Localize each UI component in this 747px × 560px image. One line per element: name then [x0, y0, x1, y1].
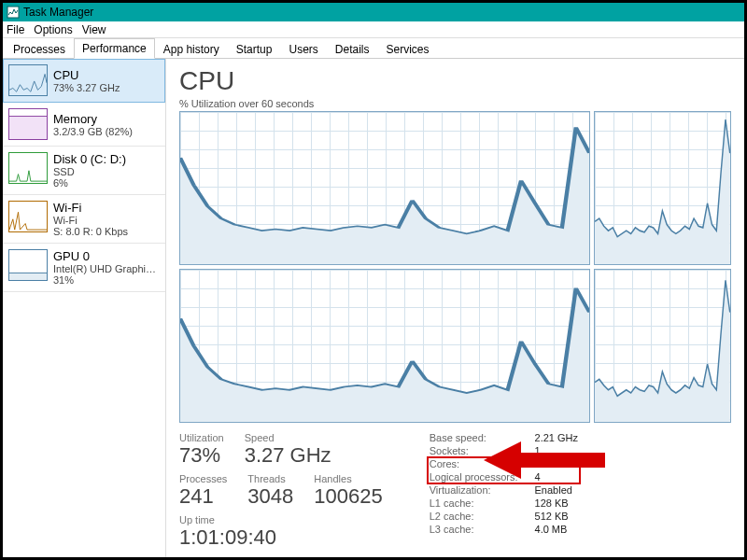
threads-value: 3048 [247, 484, 293, 509]
tab-users[interactable]: Users [280, 39, 326, 59]
memory-thumb-icon [8, 108, 48, 140]
tab-performance[interactable]: Performance [74, 38, 155, 59]
sidebar-item-sub2: 31% [53, 274, 160, 286]
sidebar-item-sub: Intel(R) UHD Graphic… [53, 263, 160, 274]
menu-options[interactable]: Options [34, 23, 72, 36]
spec-value: Enabled [535, 484, 578, 496]
svg-rect-1 [9, 117, 47, 139]
wifi-thumb-icon [8, 201, 48, 232]
handles-label: Handles [314, 473, 382, 484]
spec-key: Virtualization: [430, 484, 518, 496]
sidebar-item-label: Disk 0 (C: D:) [53, 152, 126, 166]
spec-value: 2.21 GHz [535, 432, 578, 443]
sidebar-item-label: Wi-Fi [53, 201, 128, 215]
spec-value: 1 [535, 445, 578, 456]
spec-value: 2 [535, 458, 578, 469]
menu-view[interactable]: View [82, 23, 106, 36]
cpu-charts [179, 111, 731, 423]
titlebar: Task Manager [3, 3, 744, 21]
utilization-label: Utilization [179, 432, 224, 443]
uptime-value: 1:01:09:40 [179, 525, 403, 550]
speed-value: 3.27 GHz [245, 443, 331, 468]
spec-key: Cores: [430, 458, 518, 469]
cpu-details: Utilization 73% Speed 3.27 GHz Processes… [179, 432, 731, 550]
sidebar-item-sub: 3.2/3.9 GB (82%) [53, 126, 133, 137]
spec-value: 4 [535, 471, 578, 483]
tab-startup[interactable]: Startup [228, 39, 281, 59]
uptime-label: Up time [179, 514, 403, 525]
spec-key: Sockets: [430, 445, 518, 456]
tab-details[interactable]: Details [327, 39, 378, 59]
tab-app-history[interactable]: App history [155, 39, 228, 59]
cpu-chart-0b [594, 111, 731, 265]
sidebar-item-wifi[interactable]: Wi-Fi Wi-Fi S: 8.0 R: 0 Kbps [3, 195, 165, 244]
speed-label: Speed [245, 432, 331, 443]
menu-file[interactable]: File [7, 23, 24, 36]
cpu-thumb-icon [8, 64, 48, 96]
sidebar-item-gpu[interactable]: GPU 0 Intel(R) UHD Graphic… 31% [3, 244, 165, 292]
processes-value: 241 [179, 484, 227, 509]
sidebar-item-sub2: 6% [53, 177, 126, 189]
sidebar-item-label: Memory [53, 112, 133, 126]
spec-value: 4.0 MB [535, 524, 578, 535]
disk-thumb-icon [8, 152, 48, 184]
svg-marker-8 [595, 280, 730, 422]
spec-value: 512 KB [535, 511, 578, 522]
svg-rect-3 [9, 273, 47, 280]
tabstrip: Processes Performance App history Startu… [3, 38, 744, 59]
chart-caption: % Utilization over 60 seconds [179, 98, 731, 109]
cpu-spec-list: Base speed:2.21 GHzSockets:1Cores:2Logic… [430, 432, 578, 535]
sidebar-item-sub2: S: 8.0 R: 0 Kbps [53, 226, 128, 237]
handles-value: 100625 [314, 484, 382, 509]
sidebar-item-disk[interactable]: Disk 0 (C: D:) SSD 6% [3, 147, 165, 195]
sidebar-item-label: GPU 0 [53, 249, 160, 263]
cpu-chart-1b [594, 269, 731, 423]
threads-label: Threads [247, 473, 293, 484]
sidebar: CPU 73% 3.27 GHz Memory 3.2/3.9 GB (82%)… [3, 59, 166, 557]
spec-key: L2 cache: [430, 511, 518, 522]
app-icon [7, 6, 20, 19]
sidebar-item-label: CPU [53, 68, 120, 82]
spec-key: L3 cache: [430, 524, 518, 535]
sidebar-item-sub: Wi-Fi [53, 215, 128, 226]
content: CPU 73% 3.27 GHz Memory 3.2/3.9 GB (82%)… [3, 59, 744, 557]
spec-key: L1 cache: [430, 497, 518, 509]
window-title: Task Manager [23, 6, 93, 19]
svg-marker-6 [595, 119, 730, 264]
svg-marker-5 [180, 127, 589, 264]
sidebar-item-sub: SSD [53, 166, 126, 177]
sidebar-item-sub: 73% 3.27 GHz [53, 82, 120, 93]
spec-key: Logical processors: [430, 471, 518, 483]
utilization-value: 73% [179, 443, 224, 468]
processes-label: Processes [179, 473, 227, 484]
cpu-chart-1a [179, 269, 590, 423]
main-panel: CPU % Utilization over 60 seconds Utiliz… [166, 59, 744, 557]
spec-value: 128 KB [535, 497, 578, 509]
cpu-chart-0a [179, 111, 590, 265]
sidebar-item-cpu[interactable]: CPU 73% 3.27 GHz [3, 59, 165, 103]
spec-key: Base speed: [430, 432, 518, 443]
tab-services[interactable]: Services [378, 39, 438, 59]
page-title: CPU [179, 66, 731, 96]
menubar: File Options View [3, 21, 744, 38]
tab-processes[interactable]: Processes [5, 39, 74, 59]
gpu-thumb-icon [8, 249, 48, 281]
sidebar-item-memory[interactable]: Memory 3.2/3.9 GB (82%) [3, 103, 165, 147]
